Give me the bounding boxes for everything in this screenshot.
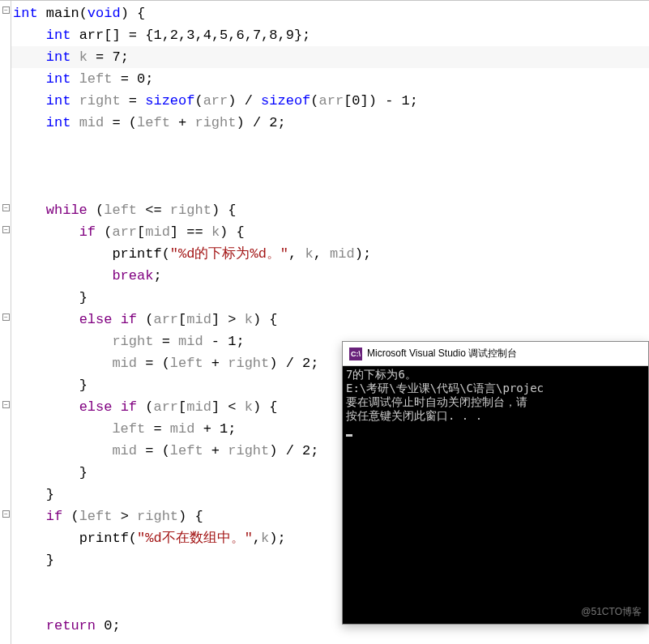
code-line[interactable]: if (arr[mid] == k) { [13, 221, 418, 243]
code-line[interactable]: int main(void) { [13, 2, 418, 24]
code-line[interactable]: while (left <= right) { [13, 199, 418, 221]
console-titlebar[interactable]: C:\ Microsoft Visual Studio 调试控制台 [343, 342, 648, 366]
fold-gutter: −−−−−− [0, 1, 11, 644]
console-output: 7的下标为6。 E:\考研\专业课\代码\C语言\projec 要在调试停止时自… [343, 366, 648, 624]
fold-toggle-icon[interactable]: − [2, 401, 10, 408]
code-line[interactable]: int right = sizeof(arr) / sizeof(arr[0])… [13, 90, 418, 112]
code-line[interactable] [13, 177, 418, 199]
fold-toggle-icon[interactable]: − [2, 313, 10, 321]
fold-toggle-icon[interactable]: − [2, 204, 10, 211]
fold-toggle-icon[interactable]: − [2, 510, 10, 518]
code-line[interactable]: printf("%d的下标为%d。", k, mid); [13, 243, 418, 265]
code-line[interactable]: } [13, 287, 418, 309]
watermark: @51CTO博客 [581, 605, 642, 619]
code-line[interactable]: int k = 7; [13, 46, 418, 68]
code-line[interactable] [13, 134, 418, 156]
fold-toggle-icon[interactable]: − [2, 6, 10, 14]
console-cursor [346, 434, 352, 437]
vs-icon: C:\ [349, 348, 362, 360]
code-line[interactable]: int left = 0; [13, 68, 418, 90]
fold-toggle-icon[interactable]: − [2, 226, 10, 233]
console-title: Microsoft Visual Studio 调试控制台 [367, 347, 517, 360]
debug-console-window[interactable]: C:\ Microsoft Visual Studio 调试控制台 7的下标为6… [342, 341, 649, 625]
code-line[interactable] [13, 156, 418, 177]
code-line[interactable]: int arr[] = {1,2,3,4,5,6,7,8,9}; [13, 24, 418, 46]
code-line[interactable]: int mid = (left + right) / 2; [13, 112, 418, 134]
code-line[interactable]: break; [13, 265, 418, 287]
code-line[interactable]: else if (arr[mid] > k) { [13, 309, 418, 331]
